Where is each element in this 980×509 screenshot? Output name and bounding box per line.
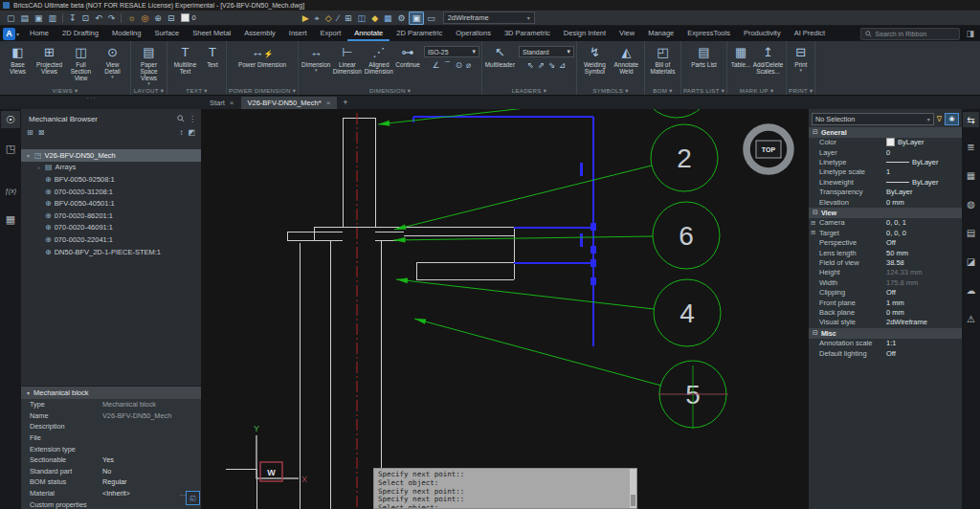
- new-file-icon[interactable]: ▢: [4, 11, 18, 26]
- ribbon-tool-icon[interactable]: ⌀: [466, 60, 471, 72]
- prop-row-annotation-scale[interactable]: Annotation scale1:1: [809, 339, 962, 348]
- tree-item-bfv-0050-92508-1[interactable]: ⊕BFV-0050-92508:1: [21, 173, 201, 186]
- ribbon-button-continue[interactable]: ⊶Continue: [394, 43, 421, 68]
- tree-item-dn50-bfv-2d-1-piece-stem-1[interactable]: ⊕DN50-BFV_2D-1-PIECE-STEM:1: [21, 246, 201, 258]
- prop-row-clipping[interactable]: ClippingOff: [809, 287, 962, 297]
- new-document-tab-button[interactable]: +: [337, 97, 353, 109]
- cursor-icon[interactable]: ▶: [300, 11, 312, 26]
- prop-row-default-lighting[interactable]: Default lightingOff: [809, 348, 962, 358]
- ribbon-tab-assembly[interactable]: Assembly: [237, 26, 282, 41]
- ribbon-tool-icon[interactable]: ⊿: [559, 60, 566, 70]
- prop-row-perspective[interactable]: PerspectiveOff: [809, 238, 962, 248]
- table-icon[interactable]: ▦: [381, 11, 395, 26]
- block-prop-row-bom-status[interactable]: BOM statusRegular: [21, 476, 201, 488]
- ribbon-button-text[interactable]: TText: [201, 43, 224, 68]
- prop-row-target[interactable]: ⊞Target0, 0, 0: [809, 228, 962, 237]
- tree-caret-icon[interactable]: ›: [35, 165, 42, 170]
- visual-style-dropdown[interactable]: 2dWireframe ▾: [443, 11, 535, 24]
- ribbon-button-annotate-weld[interactable]: ◭Annotate Weld: [611, 43, 642, 75]
- ribbon-tab-surface[interactable]: Surface: [147, 26, 186, 41]
- panel-drag-handle[interactable]: ···: [86, 94, 97, 102]
- ribbon-button-multiline-text[interactable]: TMultiline Text: [169, 43, 201, 75]
- block-prop-row-sectionable[interactable]: SectionableYes: [21, 454, 201, 466]
- section-header-view[interactable]: ⊟View: [809, 208, 962, 218]
- open-file-icon[interactable]: ▤: [18, 11, 33, 26]
- highlight-mode-icon[interactable]: ◩: [188, 128, 195, 137]
- expand-icon[interactable]: ⊞: [811, 229, 815, 236]
- section-header-general[interactable]: ⊟General: [809, 127, 962, 138]
- effects-icon[interactable]: ◆: [368, 11, 381, 26]
- table-panel-icon[interactable]: ▤: [963, 225, 979, 240]
- ribbon-button-base-views[interactable]: ◧Base Views: [2, 43, 33, 75]
- expand-levels-icon[interactable]: ↕: [179, 128, 183, 137]
- close-icon[interactable]: ×: [326, 99, 331, 107]
- ribbon-button-add-delete-scales[interactable]: ↥Add/Delete Scales...: [752, 43, 784, 75]
- ribbon-tab-design-intent[interactable]: Design Intent: [557, 26, 612, 41]
- ribbon-tool-icon[interactable]: ⇘: [548, 60, 555, 70]
- ribbon-tab-ai-predict[interactable]: AI Predict: [788, 26, 833, 41]
- ribbon-button-projected-views[interactable]: ⊞Projected Views: [33, 43, 65, 75]
- undo-icon[interactable]: ↶: [92, 11, 105, 26]
- light-panel-icon[interactable]: ☉: [1, 111, 20, 128]
- mechanical-block-header[interactable]: ▾ Mechanical block: [21, 387, 201, 399]
- tree-item-arrays[interactable]: ›▤Arrays: [21, 162, 201, 174]
- ribbon-button-paper-space-views[interactable]: ▤Paper Space Views▾: [133, 43, 165, 85]
- prop-row-front-plane[interactable]: Front plane1 mm: [809, 298, 962, 307]
- settings-icon[interactable]: ⚙: [395, 11, 409, 26]
- tree-item-070-0020-86201-1[interactable]: ⊕070-0020-86201:1: [21, 210, 201, 222]
- collapse-icon[interactable]: ⊟: [813, 128, 818, 136]
- layers-panel-icon[interactable]: ≣: [963, 139, 979, 154]
- ribbon-dropdown-dimension[interactable]: ISO-25▾: [424, 46, 479, 57]
- ribbon-tab-home[interactable]: Home: [23, 26, 56, 41]
- section-header-misc[interactable]: ⊟Misc: [809, 328, 962, 339]
- ribbon-group-label[interactable]: SYMBOLS ▾: [579, 86, 642, 95]
- current-view-icon[interactable]: ▣: [409, 11, 425, 25]
- ribbon-tool-icon[interactable]: ⇗: [538, 60, 545, 70]
- snap-marker-icon[interactable]: ⊕: [151, 11, 165, 26]
- ribbon-tab-export[interactable]: Export: [314, 26, 348, 41]
- assistant-panel-icon[interactable]: ◍: [963, 196, 979, 211]
- search-icon[interactable]: [177, 115, 185, 122]
- entity-snap-icon[interactable]: ◇: [323, 11, 335, 26]
- ribbon-tab-2d-drafting[interactable]: 2D Drafting: [56, 26, 105, 41]
- block-prop-row-file[interactable]: File: [21, 432, 201, 444]
- prop-row-color[interactable]: ColorByLayer: [809, 138, 962, 147]
- ribbon-tab-manage[interactable]: Manage: [641, 26, 680, 41]
- ribbon-group-label[interactable]: PRINT ▾: [789, 86, 813, 95]
- ribbon-tool-icon[interactable]: ∠: [433, 60, 440, 72]
- prop-row-camera[interactable]: ⊞Camera0, 0, 1: [809, 218, 962, 228]
- panels-icon[interactable]: ◫: [355, 11, 369, 26]
- block-prop-row-type[interactable]: TypeMechanical block: [21, 399, 201, 410]
- ribbon-button-full-section-view[interactable]: ◫Full Section View: [65, 43, 97, 81]
- ribbon-group-label[interactable]: MARK UP ▾: [729, 86, 784, 95]
- ribbon-tool-icon[interactable]: ⇖: [527, 60, 534, 70]
- command-scrollbar[interactable]: [630, 469, 636, 508]
- sketch-icon[interactable]: ∕: [335, 11, 343, 26]
- ribbon-tab-expresstools[interactable]: ExpressTools: [680, 26, 737, 41]
- prop-row-elevation[interactable]: Elevation0 mm: [809, 197, 962, 207]
- collapse-icon[interactable]: ⊟: [813, 329, 818, 337]
- solids-browser-icon[interactable]: ◳: [1, 140, 20, 157]
- ribbon-tab-modeling[interactable]: Modeling: [105, 26, 147, 41]
- prop-row-visual-style[interactable]: Visual style2dWireframe: [809, 318, 962, 327]
- ribbon-tab-operations[interactable]: Operations: [449, 26, 498, 41]
- blocks-panel-icon[interactable]: ▦: [963, 167, 979, 183]
- block-prop-row-custom-properties[interactable]: Custom properties: [21, 498, 201, 509]
- block-prop-row-description[interactable]: Description: [21, 421, 201, 432]
- prop-row-transparency[interactable]: TransparencyByLayer: [809, 187, 962, 196]
- sheets-panel-icon[interactable]: ◪: [963, 254, 979, 269]
- ribbon-group-label[interactable]: TEXT ▾: [169, 86, 224, 95]
- ribbon-dropdown-leaders[interactable]: Standard▾: [519, 46, 574, 57]
- collapse-icon[interactable]: ⊟: [813, 209, 818, 216]
- selection-dropdown[interactable]: No Selection ▾: [812, 113, 934, 125]
- tree-caret-icon[interactable]: ▾: [25, 152, 32, 159]
- prop-row-linetype[interactable]: LinetypeByLayer: [809, 157, 962, 166]
- ribbon-button-bill-of-materials[interactable]: ◰Bill of Materials: [647, 43, 679, 75]
- tree-item-bfv-0050-40501-1[interactable]: ⊕BFV-0050-40501:1: [21, 197, 201, 210]
- ribbon-group-label[interactable]: LAYOUT ▾: [133, 86, 165, 95]
- command-history[interactable]: Specify next point::Select object:Specif…: [374, 469, 630, 508]
- block-prop-row-standard-part[interactable]: Standard partNo: [21, 466, 201, 477]
- grid-icon[interactable]: ⊞: [342, 11, 355, 26]
- parameters-panel-icon[interactable]: ƒ(x): [1, 182, 20, 199]
- ribbon-group-label[interactable]: PARTS LIST ▾: [683, 86, 724, 95]
